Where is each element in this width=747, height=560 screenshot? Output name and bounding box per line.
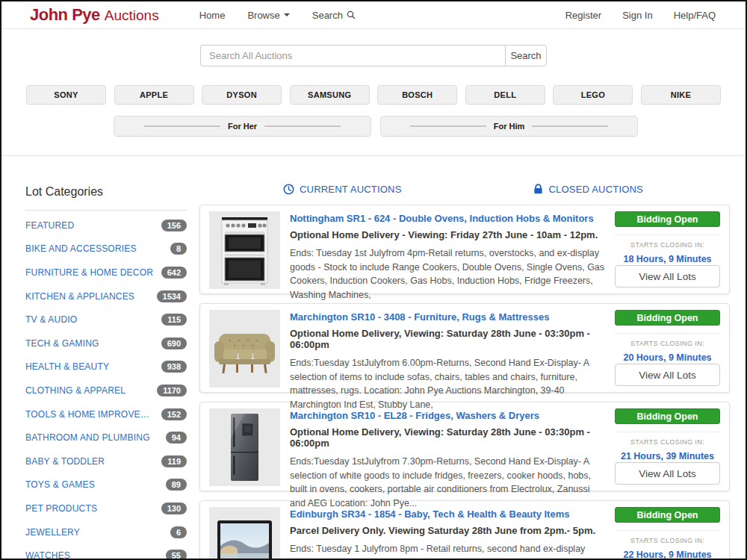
sidebar-item-toys-games[interactable]: TOYS & GAMES89 [25,473,187,497]
auction-subtitle: Optional Home Delivery, Viewing: Saturda… [290,328,607,350]
countdown-timer: 18 Hours, 9 Minutes [615,254,720,264]
category-label: WATCHES [25,550,70,560]
auction-image-laptop[interactable] [209,507,280,560]
category-label: TOYS & GAMES [25,479,95,490]
category-count-badge: 115 [161,314,187,326]
category-count-badge: 130 [161,503,187,514]
auction-card: Edinburgh SR34 - 1854 - Baby, Tech & Hea… [199,500,730,560]
view-all-lots-button[interactable]: View All Lots [615,462,720,485]
brand-button-apple[interactable]: APPLE [114,85,194,105]
search-button[interactable]: Search [505,45,547,66]
auction-info: Marchington SR10 - 3408 - Furniture, Rug… [290,310,607,386]
category-count-badge: 119 [161,455,187,467]
nav-register[interactable]: Register [565,10,601,21]
auction-tabs: CURRENT AUCTIONS CLOSED AUCTIONS [199,182,730,196]
decorative-line [144,125,220,127]
closing-info: STARTS CLOSING IN: 18 Hours, 9 Minutes [615,234,720,264]
auction-title-link[interactable]: Marchington SR10 - EL28 - Fridges, Washe… [290,410,607,421]
header: John Pye Auctions Home Browse Search Reg… [1,1,746,29]
nav-search-label: Search [312,10,343,21]
category-count-badge: 1534 [157,290,187,302]
auction-title-link[interactable]: Edinburgh SR34 - 1854 - Baby, Tech & Hea… [290,508,607,520]
bidding-open-badge[interactable]: Bidding Open [615,211,720,227]
nav-browse[interactable]: Browse [247,10,289,21]
sidebar-item-clothing-apparel[interactable]: CLOTHING & APPAREL1170 [25,379,187,402]
decorative-line [264,125,341,127]
lock-icon [533,184,543,194]
brand-button-bosch[interactable]: BOSCH [377,85,457,105]
bidding-open-badge[interactable]: Bidding Open [615,310,720,326]
brand-button-nike[interactable]: NIKE [641,85,721,105]
countdown-timer: 21 Hours, 39 Minutes [615,451,720,461]
tab-closed-label: CLOSED AUCTIONS [548,184,643,195]
category-label: PET PRODUCTS [25,503,97,514]
nav-help-faq[interactable]: Help/FAQ [674,10,716,21]
tab-current-auctions[interactable]: CURRENT AUCTIONS [283,184,402,195]
search-input[interactable] [200,45,505,66]
lot-categories-sidebar: Lot Categories FEATURED156 BIKE AND ACCE… [25,185,187,560]
category-count-badge: 8 [170,243,187,255]
main-nav: Home Browse Search [177,10,356,21]
brand-button-lego[interactable]: LEGO [553,85,633,105]
category-label: BIKE AND ACCESSORIES [25,243,137,254]
sidebar-item-tech-gaming[interactable]: TECH & GAMING690 [25,332,187,355]
bidding-open-badge[interactable]: Bidding Open [615,408,720,424]
sidebar-item-jewellery[interactable]: JEWELLERY6 [25,520,187,544]
brand-button-dyson[interactable]: DYSON [202,85,282,105]
sidebar-item-health-beauty[interactable]: HEALTH & BEAUTY938 [25,355,187,379]
auction-title-link[interactable]: Marchington SR10 - 3408 - Furniture, Rug… [290,311,607,323]
nav-home[interactable]: Home [199,10,226,21]
brand-button-dell[interactable]: DELL [465,85,545,105]
tab-current-label: CURRENT AUCTIONS [300,184,402,195]
logo[interactable]: John Pye Auctions [30,5,159,25]
sidebar-item-furniture-home-decor[interactable]: FURNITURE & HOME DECOR642 [25,261,187,284]
auction-image-sofa[interactable] [209,310,280,388]
closing-info: STARTS CLOSING IN: 20 Hours, 9 Minutes [615,333,720,363]
starts-closing-label: STARTS CLOSING IN: [615,340,720,347]
auction-list: CURRENT AUCTIONS CLOSED AUCTIONS [199,182,730,560]
auction-title-link[interactable]: Nottingham SR1 - 624 - Double Ovens, Ind… [290,213,607,224]
for-him-button[interactable]: For Him [380,116,638,137]
starts-closing-label: STARTS CLOSING IN: [615,241,720,249]
clock-icon [283,184,294,195]
sidebar-item-bike-and-accessories[interactable]: BIKE AND ACCESSORIES8 [25,237,187,261]
auction-description: Ends: Tuesday 1st Julyfrom 4pm-Retail re… [290,246,607,302]
category-label: HEALTH & BEAUTY [25,361,109,372]
decorative-line [410,125,486,127]
for-her-label: For Her [228,122,257,131]
auction-side-panel: Bidding Open STARTS CLOSING IN: 22 Hours… [615,507,720,560]
category-label: BABY & TODDLER [25,456,105,467]
for-her-button[interactable]: For Her [114,116,371,137]
brand-button-sony[interactable]: SONY [26,85,106,105]
category-list: FEATURED156 BIKE AND ACCESSORIES8 FURNIT… [25,214,187,560]
auction-image-fridge[interactable] [209,408,280,486]
auction-subtitle: Parcel Delivery Only. Viewing Saturday 2… [290,525,607,536]
view-all-lots-button[interactable]: View All Lots [615,364,720,386]
category-label: TV & AUDIO [25,314,77,325]
sidebar-item-watches[interactable]: WATCHES55 [25,544,187,560]
brand-button-samsung[interactable]: SAMSUNG [290,85,370,105]
nav-sign-in[interactable]: Sign In [622,10,652,21]
category-label: CLOTHING & APPAREL [25,385,125,396]
auction-side-panel: Bidding Open STARTS CLOSING IN: 20 Hours… [615,310,720,386]
category-label: TECH & GAMING [25,338,99,349]
sidebar-item-pet-products[interactable]: PET PRODUCTS130 [25,497,187,520]
auction-card: Nottingham SR1 - 624 - Double Ovens, Ind… [199,205,730,294]
sidebar-item-kitchen-appliances[interactable]: KITCHEN & APPLIANCES1534 [25,284,187,308]
nav-home-label: Home [199,10,226,21]
sidebar-item-tools-home-improvement[interactable]: TOOLS & HOME IMPROVEME...152 [25,402,187,426]
category-count-badge: 642 [161,267,187,279]
countdown-timer: 22 Hours, 9 Minutes [615,550,720,560]
auction-description: Ends:Tuesday 1stJulyfrom 6.00pm-Returns,… [290,356,607,411]
sidebar-item-featured[interactable]: FEATURED156 [25,214,187,237]
sidebar-item-bathroom-and-plumbing[interactable]: BATHROOM AND PLUMBING94 [25,426,187,449]
bidding-open-badge[interactable]: Bidding Open [615,507,720,523]
category-label: JEWELLERY [25,527,80,538]
sidebar-item-tv-audio[interactable]: TV & AUDIO115 [25,308,187,332]
auction-image-double-oven[interactable] [209,211,280,289]
sidebar-item-baby-toddler[interactable]: BABY & TODDLER119 [25,449,187,473]
nav-search[interactable]: Search [312,10,356,21]
tab-closed-auctions[interactable]: CLOSED AUCTIONS [533,184,643,195]
search-group: Search [200,45,547,66]
view-all-lots-button[interactable]: View All Lots [615,265,720,287]
